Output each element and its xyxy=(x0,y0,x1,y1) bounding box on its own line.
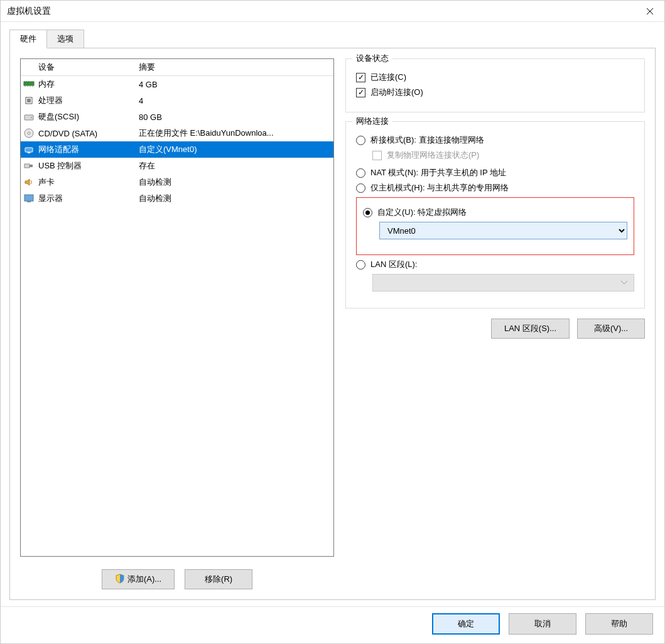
tab-hardware[interactable]: 硬件 xyxy=(9,30,47,48)
add-button-label: 添加(A)... xyxy=(127,574,161,584)
svg-point-10 xyxy=(28,132,30,134)
tab-strip: 硬件 选项 xyxy=(1,22,664,48)
list-row[interactable]: 声卡 自动检测 xyxy=(21,174,333,190)
hostonly-radio[interactable]: 仅主机模式(H): 与主机共享的专用网络 xyxy=(356,182,634,194)
cancel-button[interactable]: 取消 xyxy=(509,613,576,635)
list-row[interactable]: 内存 4 GB xyxy=(21,76,333,92)
lan-select xyxy=(372,274,634,292)
network-group: 网络连接 桥接模式(B): 直接连接物理网络 复制物理网络连接状态(P) NAT… xyxy=(345,121,645,308)
display-icon xyxy=(23,193,35,204)
lan-label: LAN 区段(L): xyxy=(370,259,417,270)
bridge-radio[interactable]: 桥接模式(B): 直接连接物理网络 xyxy=(356,134,634,146)
svg-rect-2 xyxy=(27,85,28,87)
custom-highlight: 自定义(U): 特定虚拟网络 VMnet0 xyxy=(356,197,634,255)
copy-state-label: 复制物理网络连接状态(P) xyxy=(387,150,479,161)
help-button[interactable]: 帮助 xyxy=(585,613,653,635)
svg-rect-0 xyxy=(24,82,34,85)
copy-state-checkbox: 复制物理网络连接状态(P) xyxy=(372,150,634,161)
bridge-label: 桥接模式(B): 直接连接物理网络 xyxy=(370,134,484,146)
radio-icon xyxy=(356,183,365,193)
disk-icon xyxy=(23,111,35,123)
svg-rect-12 xyxy=(28,152,30,153)
bottom-bar: 确定 取消 帮助 xyxy=(1,606,664,643)
device-summary: 4 xyxy=(138,96,333,106)
left-pane: 设备 摘要 内存 4 GB 处理器 4 硬盘(SCSI) 80 GB xyxy=(20,58,334,589)
svg-rect-6 xyxy=(27,99,31,102)
cpu-icon xyxy=(23,95,35,106)
radio-icon xyxy=(356,136,365,145)
checkbox-icon xyxy=(356,73,365,82)
svg-rect-4 xyxy=(32,85,33,87)
svg-rect-13 xyxy=(24,164,30,168)
list-row[interactable]: 硬盘(SCSI) 80 GB xyxy=(21,109,333,125)
device-summary: 正在使用文件 E:\BaiduYunDownloa... xyxy=(138,128,333,139)
device-status-title: 设备状态 xyxy=(352,53,392,64)
device-summary: 自动检测 xyxy=(138,177,333,188)
device-name: 内存 xyxy=(37,79,138,90)
right-pane: 设备状态 已连接(C) 启动时连接(O) 网络连接 桥接模式(B): 直接连接物… xyxy=(345,58,645,589)
header-device: 设备 xyxy=(37,62,138,73)
svg-rect-11 xyxy=(25,148,33,152)
device-name: 声卡 xyxy=(37,177,138,188)
header-summary: 摘要 xyxy=(138,62,333,73)
device-name: 硬盘(SCSI) xyxy=(37,111,138,123)
device-summary: 4 GB xyxy=(138,80,333,89)
list-row[interactable]: 显示器 自动检测 xyxy=(21,190,333,207)
device-name: 网络适配器 xyxy=(37,144,138,155)
close-button[interactable] xyxy=(635,1,664,22)
custom-network-select[interactable]: VMnet0 xyxy=(379,222,627,239)
svg-rect-16 xyxy=(27,201,31,202)
checkbox-icon xyxy=(356,88,365,97)
checkbox-icon xyxy=(372,151,382,160)
remove-button[interactable]: 移除(R) xyxy=(185,569,252,589)
device-summary: 存在 xyxy=(138,160,333,172)
custom-label: 自定义(U): 特定虚拟网络 xyxy=(377,207,467,218)
svg-rect-15 xyxy=(24,195,33,201)
list-row[interactable]: 网络适配器 自定义(VMnet0) xyxy=(21,141,333,158)
svg-rect-14 xyxy=(30,165,33,167)
content-area: 设备 摘要 内存 4 GB 处理器 4 硬盘(SCSI) 80 GB xyxy=(9,48,656,600)
network-title: 网络连接 xyxy=(352,116,392,127)
connect-power-label: 启动时连接(O) xyxy=(370,87,423,98)
left-buttons: 添加(A)... 移除(R) xyxy=(20,569,334,589)
list-row[interactable]: USB 控制器 存在 xyxy=(21,158,333,174)
sound-icon xyxy=(23,177,35,188)
connect-power-checkbox-row[interactable]: 启动时连接(O) xyxy=(356,87,634,98)
advanced-button[interactable]: 高级(V)... xyxy=(577,319,645,339)
device-summary: 自动检测 xyxy=(138,193,333,204)
list-row[interactable]: CD/DVD (SATA) 正在使用文件 E:\BaiduYunDownloa.… xyxy=(21,125,333,141)
device-name: 显示器 xyxy=(37,193,138,204)
window-title: 虚拟机设置 xyxy=(7,6,51,17)
chevron-down-icon xyxy=(621,281,627,285)
titlebar: 虚拟机设置 xyxy=(1,1,664,22)
connected-checkbox-row[interactable]: 已连接(C) xyxy=(356,72,634,83)
memory-icon xyxy=(23,79,35,90)
tab-options[interactable]: 选项 xyxy=(46,30,84,48)
device-list-header: 设备 摘要 xyxy=(21,59,333,76)
nat-label: NAT 模式(N): 用于共享主机的 IP 地址 xyxy=(370,167,506,178)
svg-point-8 xyxy=(31,117,32,118)
radio-icon xyxy=(356,168,365,178)
lan-radio[interactable]: LAN 区段(L): xyxy=(356,259,634,270)
nat-radio[interactable]: NAT 模式(N): 用于共享主机的 IP 地址 xyxy=(356,167,634,178)
device-name: USB 控制器 xyxy=(37,160,138,172)
close-icon xyxy=(646,8,654,15)
usb-icon xyxy=(23,160,35,172)
connected-label: 已连接(C) xyxy=(370,72,406,83)
list-row[interactable]: 处理器 4 xyxy=(21,92,333,109)
hostonly-label: 仅主机模式(H): 与主机共享的专用网络 xyxy=(370,182,509,194)
device-list: 设备 摘要 内存 4 GB 处理器 4 硬盘(SCSI) 80 GB xyxy=(20,58,334,557)
svg-rect-3 xyxy=(30,85,31,87)
device-status-group: 设备状态 已连接(C) 启动时连接(O) xyxy=(345,58,645,112)
custom-radio[interactable]: 自定义(U): 特定虚拟网络 xyxy=(363,207,627,218)
device-name: CD/DVD (SATA) xyxy=(37,129,138,138)
device-name: 处理器 xyxy=(37,95,138,106)
network-icon xyxy=(23,144,35,155)
add-button[interactable]: 添加(A)... xyxy=(102,569,175,589)
ok-button[interactable]: 确定 xyxy=(432,613,500,635)
vm-settings-window: 虚拟机设置 硬件 选项 设备 摘要 内存 4 GB xyxy=(0,0,665,644)
device-summary: 80 GB xyxy=(138,112,333,122)
radio-icon xyxy=(363,208,372,217)
lan-segment-button[interactable]: LAN 区段(S)... xyxy=(491,319,570,339)
cd-icon xyxy=(23,128,35,139)
